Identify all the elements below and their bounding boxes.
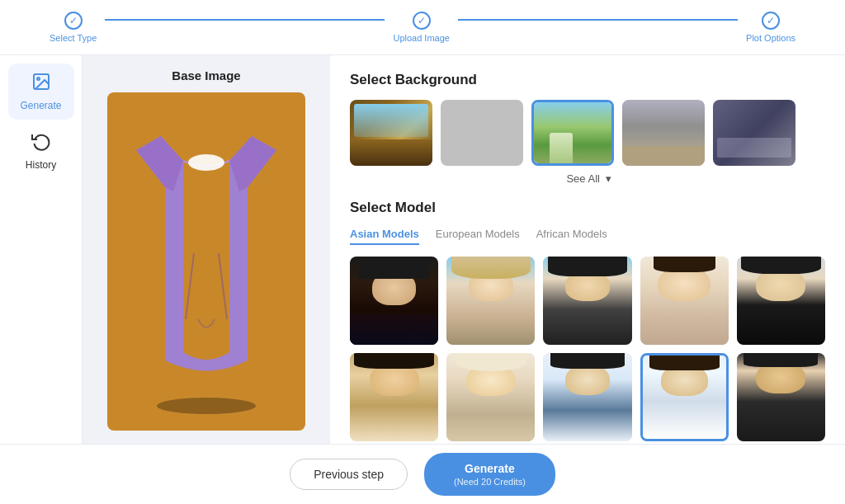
- step-upload-image: ✓ Upload Image: [393, 12, 450, 43]
- right-panel: Select Background: [330, 55, 845, 444]
- step-select-type: ✓ Select Type: [50, 12, 97, 43]
- model-item-3[interactable]: [543, 257, 631, 345]
- step-1-circle: ✓: [64, 12, 83, 30]
- step-1-label: Select Type: [50, 33, 97, 43]
- bg-option-street[interactable]: [622, 100, 705, 166]
- model-item-4[interactable]: [640, 257, 729, 345]
- generate-sub-label: (Need 20 Credits): [454, 476, 526, 488]
- sidebar-generate-label: Generate: [20, 100, 61, 111]
- generate-button[interactable]: Generate (Need 20 Credits): [424, 453, 555, 496]
- base-panel-title: Base Image: [172, 68, 240, 82]
- chevron-down-icon: ▾: [606, 172, 611, 185]
- sidebar-item-history[interactable]: History: [8, 123, 74, 179]
- generate-icon: [31, 72, 51, 97]
- sidebar: Generate History: [0, 55, 83, 444]
- model-item-10[interactable]: [737, 353, 825, 441]
- model-section-title: Select Model: [350, 200, 825, 216]
- step-2-circle: ✓: [413, 12, 431, 30]
- model-item-9[interactable]: [640, 353, 729, 441]
- background-grid: [350, 100, 825, 166]
- sidebar-history-label: History: [26, 159, 56, 171]
- tshirt-svg: [124, 105, 289, 418]
- bg-option-gray[interactable]: [441, 100, 523, 166]
- progress-bar: ✓ Select Type ✓ Upload Image ✓ Plot Opti…: [0, 0, 845, 55]
- base-image-container: [107, 92, 305, 431]
- see-all-button[interactable]: See All ▾: [350, 172, 825, 185]
- svg-point-1: [37, 78, 40, 80]
- progress-line-1: [105, 19, 385, 21]
- tab-african-models[interactable]: African Models: [536, 228, 607, 245]
- step-3-label: Plot Options: [746, 33, 795, 43]
- model-grid: [350, 257, 825, 444]
- history-icon: [31, 131, 51, 156]
- model-item-1[interactable]: [350, 257, 438, 345]
- bg-option-gym[interactable]: [713, 100, 795, 166]
- sidebar-item-generate[interactable]: Generate: [8, 64, 74, 120]
- progress-line-2: [458, 19, 738, 21]
- bg-option-field[interactable]: [531, 100, 614, 166]
- model-item-2[interactable]: [446, 257, 535, 345]
- tab-european-models[interactable]: European Models: [436, 228, 520, 245]
- model-item-8[interactable]: [543, 353, 631, 441]
- tab-asian-models[interactable]: Asian Models: [350, 228, 419, 245]
- step-3-circle: ✓: [762, 12, 780, 30]
- bg-section-title: Select Background: [350, 72, 825, 88]
- svg-point-3: [188, 154, 224, 171]
- bg-option-cafe[interactable]: [350, 100, 432, 166]
- generate-label: Generate: [465, 461, 515, 476]
- model-item-5[interactable]: [737, 257, 825, 345]
- main-layout: Generate History Base Image: [0, 55, 845, 444]
- bottom-bar: Previous step Generate (Need 20 Credits): [0, 444, 845, 504]
- step-2-label: Upload Image: [393, 33, 450, 43]
- step-plot-options: ✓ Plot Options: [746, 12, 795, 43]
- prev-step-button[interactable]: Previous step: [290, 459, 408, 490]
- model-item-6[interactable]: [350, 353, 438, 441]
- model-item-7[interactable]: [446, 353, 535, 441]
- base-image-panel: Base Image: [83, 55, 330, 444]
- model-tabs: Asian Models European Models African Mod…: [350, 228, 825, 245]
- svg-point-2: [157, 398, 256, 414]
